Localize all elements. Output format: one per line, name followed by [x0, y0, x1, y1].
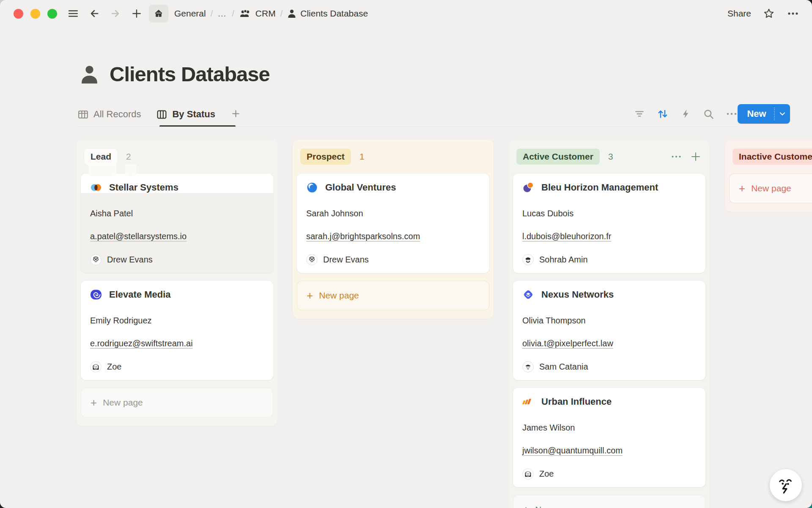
more-options-icon[interactable] — [787, 8, 799, 19]
breadcrumb-item-root[interactable]: General — [174, 8, 206, 19]
new-page-button[interactable]: +New page — [81, 388, 273, 417]
card-email-link[interactable]: olivia.t@pixelperfect.law — [522, 339, 613, 348]
breadcrumb-item-collapsed[interactable]: … — [217, 8, 227, 19]
card-title-row: Urban Influence — [522, 394, 696, 409]
sidebar-menu-icon[interactable] — [64, 5, 82, 22]
record-card[interactable]: Nexus NetworksOlivia Thompsonolivia.t@pi… — [513, 281, 705, 380]
card-contact-name: Aisha Patel — [90, 208, 264, 219]
new-page-label: New page — [751, 183, 791, 193]
new-page-button[interactable]: +New page — [513, 495, 705, 508]
card-owner-row: Zoe — [522, 468, 696, 480]
card-email-link[interactable]: sarah.j@brightsparksolns.com — [306, 232, 420, 241]
record-card[interactable]: Global VenturesSarah Johnsonsarah.j@brig… — [297, 174, 489, 273]
new-page-button[interactable]: +New page — [729, 174, 812, 203]
card-email-link[interactable]: l.dubois@bleuhorizon.fr — [522, 232, 611, 241]
record-card[interactable]: Elevate MediaEmily Rodrigueze.rodriguez@… — [81, 281, 273, 380]
view-more-options-icon[interactable] — [726, 108, 738, 119]
new-record-button[interactable]: New — [738, 104, 790, 124]
team-people-icon — [239, 9, 252, 18]
breadcrumb-separator: / — [232, 9, 234, 19]
record-card[interactable]: Bleu Horizon ManagementLucas Duboisl.dub… — [513, 174, 705, 273]
record-card[interactable]: Urban InfluenceJames Wilsonjwilson@quant… — [513, 388, 705, 487]
column-count: 1 — [359, 152, 365, 162]
card-email-link[interactable]: a.patel@stellarsystems.io — [90, 232, 187, 241]
table-view-icon — [77, 109, 89, 120]
new-page-label: New page — [103, 398, 143, 408]
new-page-label: New page — [535, 505, 575, 508]
owner-avatar — [90, 361, 102, 373]
new-page-button[interactable]: +New page — [297, 281, 489, 310]
person-icon — [287, 8, 296, 19]
column-add-card-plus-icon[interactable] — [690, 151, 701, 162]
breadcrumb-item-team[interactable]: CRM — [239, 8, 276, 19]
page-person-icon[interactable] — [80, 64, 99, 85]
card-contact-name: Olivia Thompson — [522, 315, 696, 326]
filter-icon[interactable] — [634, 108, 645, 119]
card-title-row: Stellar Systems — [90, 180, 264, 195]
automations-lightning-icon[interactable] — [680, 108, 691, 119]
column-header-active: Active Customer3 — [513, 140, 705, 174]
status-chip-lead[interactable]: Lead — [84, 149, 118, 165]
card-email-field: l.dubois@bleuhorizon.fr — [522, 231, 696, 242]
breadcrumb: General / … / CRM / Clients Database — [174, 8, 368, 19]
add-view-plus-icon[interactable] — [230, 108, 241, 121]
new-tab-plus-icon[interactable] — [128, 5, 145, 22]
app-window: General / … / CRM / Clients Database — [0, 0, 812, 508]
card-email-link[interactable]: e.rodriguez@swiftstream.ai — [90, 339, 193, 348]
column-header-prospect: Prospect1 — [297, 140, 489, 174]
chevron-down-icon[interactable] — [775, 110, 790, 118]
topbar-actions: Share — [727, 0, 799, 27]
topbar-navigation: General / … / CRM / Clients Database — [64, 0, 368, 27]
card-owner-row: Zoe — [90, 361, 264, 373]
kanban-board: Lead2Stellar SystemsAisha Patela.patel@s… — [0, 138, 812, 508]
tab-all-records[interactable]: All Records — [77, 109, 141, 120]
owner-name: Sam Catania — [539, 362, 588, 372]
owner-avatar — [90, 254, 102, 265]
page-title[interactable]: Clients Database — [110, 64, 270, 85]
card-company-title: Stellar Systems — [109, 182, 178, 193]
record-card[interactable]: Stellar SystemsAisha Patela.patel@stella… — [81, 174, 273, 273]
status-chip-inactive[interactable]: Inactive Customer — [732, 149, 812, 165]
card-contact-name: Lucas Dubois — [522, 208, 696, 219]
plus-icon: + — [91, 397, 97, 408]
card-company-title: Urban Influence — [541, 396, 612, 407]
breadcrumb-item-page[interactable]: Clients Database — [287, 8, 368, 19]
minimize-window-button[interactable] — [30, 9, 40, 19]
back-icon[interactable] — [85, 5, 103, 22]
card-email-link[interactable]: jwilson@quantumquill.com — [522, 446, 623, 455]
plus-icon: + — [307, 290, 313, 301]
zoom-window-button[interactable] — [47, 9, 57, 19]
owner-avatar — [306, 254, 318, 265]
breadcrumb-separator: / — [211, 9, 213, 19]
tab-by-status[interactable]: By Status — [156, 109, 215, 120]
owner-avatar — [522, 254, 534, 265]
owner-avatar — [522, 361, 534, 373]
tabs-divider — [76, 127, 738, 127]
card-email-field: a.patel@stellarsystems.io — [90, 231, 264, 242]
column-more-options-icon[interactable] — [671, 151, 682, 162]
share-button[interactable]: Share — [727, 8, 751, 19]
venn-logo-icon — [90, 182, 102, 193]
home-icon[interactable] — [149, 5, 168, 22]
status-chip-active[interactable]: Active Customer — [516, 149, 600, 165]
forward-icon[interactable] — [107, 5, 124, 22]
owner-avatar — [522, 468, 534, 480]
board-column-lead: Lead2Stellar SystemsAisha Patela.patel@s… — [77, 140, 277, 426]
new-record-label: New — [738, 108, 774, 119]
board-column-prospect: Prospect1Global VenturesSarah Johnsonsar… — [293, 140, 494, 319]
favorite-star-icon[interactable] — [763, 8, 775, 19]
card-owner-row: Drew Evans — [306, 254, 480, 265]
search-icon[interactable] — [703, 108, 714, 120]
card-email-field: jwilson@quantumquill.com — [522, 445, 696, 456]
card-company-title: Global Ventures — [325, 182, 396, 193]
board-view-icon — [156, 109, 167, 120]
card-email-field: sarah.j@brightsparksolns.com — [306, 231, 480, 242]
window-topbar: General / … / CRM / Clients Database — [0, 0, 812, 27]
sort-icon[interactable] — [656, 108, 669, 120]
card-contact-name: James Wilson — [522, 422, 696, 433]
card-title-row: Bleu Horizon Management — [522, 180, 696, 195]
close-window-button[interactable] — [14, 9, 23, 19]
board-column-inactive: Inactive Customer+New page — [725, 140, 812, 212]
status-chip-prospect[interactable]: Prospect — [300, 149, 351, 165]
card-email-field: e.rodriguez@swiftstream.ai — [90, 338, 264, 349]
